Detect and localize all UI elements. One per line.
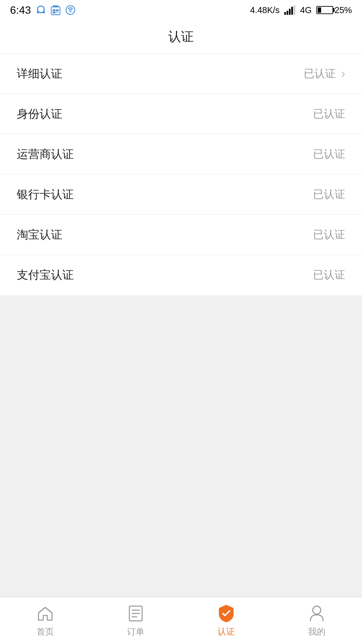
- svg-point-15: [313, 606, 321, 614]
- tab-order[interactable]: 订单: [90, 597, 181, 644]
- status-bar: 6:43: [0, 0, 362, 20]
- network-speed: 4.48K/s: [250, 5, 280, 15]
- tab-home[interactable]: 首页: [0, 597, 90, 644]
- list-item-status-detail-auth: 已认证: [304, 66, 336, 81]
- svg-rect-2: [43, 11, 45, 13]
- status-right: 4.48K/s 4G 25%: [250, 5, 352, 15]
- status-left: 6:43: [10, 4, 76, 16]
- svg-point-10: [70, 11, 71, 12]
- auth-icon: [217, 604, 236, 623]
- list-item-label-carrier-auth: 运营商认证: [17, 147, 74, 162]
- gray-area: [0, 295, 362, 644]
- home-icon: [36, 604, 55, 623]
- sim-icon: [50, 4, 62, 16]
- svg-rect-1: [37, 11, 39, 13]
- wifi-icon: [64, 4, 76, 16]
- order-icon: [126, 604, 145, 623]
- page-title: 认证: [168, 28, 194, 45]
- headphone-icon: [35, 4, 47, 16]
- main-container: 认证 详细认证 已认证 › 身份认证 已认证 运营商认证 已认证 银: [0, 20, 362, 644]
- list-item-right-taobao-auth: 已认证: [313, 227, 345, 242]
- battery-percent: 25%: [335, 5, 352, 15]
- list-item-id-auth[interactable]: 身份认证 已认证: [0, 94, 362, 134]
- svg-rect-4: [53, 5, 58, 7]
- page-header: 认证: [0, 20, 362, 54]
- network-type: 4G: [300, 5, 312, 15]
- tab-home-label: 首页: [37, 626, 54, 638]
- list-item-label-taobao-auth: 淘宝认证: [17, 227, 62, 243]
- list-item-status-taobao-auth: 已认证: [313, 227, 345, 242]
- tab-auth[interactable]: 认证: [181, 597, 272, 644]
- svg-point-9: [66, 6, 75, 14]
- tab-order-label: 订单: [127, 626, 144, 638]
- list-item-label-id-auth: 身份认证: [17, 106, 62, 122]
- list-item-right-carrier-auth: 已认证: [313, 147, 345, 162]
- list-item-label-bank-auth: 银行卡认证: [17, 187, 74, 202]
- list-item-label-detail-auth: 详细认证: [17, 66, 62, 82]
- auth-list: 详细认证 已认证 › 身份认证 已认证 运营商认证 已认证 银行卡认证 已认证: [0, 54, 362, 295]
- tab-auth-label: 认证: [218, 626, 235, 638]
- signal-bars: [284, 5, 295, 15]
- status-time: 6:43: [10, 4, 31, 16]
- list-item-alipay-auth[interactable]: 支付宝认证 已认证: [0, 255, 362, 295]
- status-icons: [35, 4, 76, 16]
- list-item-right-alipay-auth: 已认证: [313, 268, 345, 282]
- list-item-status-bank-auth: 已认证: [313, 187, 345, 202]
- svg-rect-7: [56, 9, 59, 11]
- list-item-status-id-auth: 已认证: [313, 107, 345, 121]
- list-item-right-id-auth: 已认证: [313, 107, 345, 121]
- tab-profile[interactable]: 我的: [272, 597, 362, 644]
- list-item-detail-auth[interactable]: 详细认证 已认证 ›: [0, 54, 362, 94]
- list-item-status-alipay-auth: 已认证: [313, 268, 345, 282]
- tab-bar: 首页 订单 认证: [0, 597, 362, 644]
- tab-profile-label: 我的: [308, 626, 325, 638]
- list-item-status-carrier-auth: 已认证: [313, 147, 345, 162]
- list-item-label-alipay-auth: 支付宝认证: [17, 267, 74, 283]
- svg-rect-8: [53, 12, 55, 13]
- list-item-carrier-auth[interactable]: 运营商认证 已认证: [0, 134, 362, 174]
- list-item-right-detail-auth: 已认证 ›: [304, 66, 345, 81]
- list-item-bank-auth[interactable]: 银行卡认证 已认证: [0, 174, 362, 215]
- chevron-right-icon-detail-auth: ›: [341, 67, 345, 81]
- battery-icon: 25%: [316, 5, 352, 15]
- profile-icon: [307, 604, 326, 623]
- svg-rect-6: [53, 9, 55, 11]
- list-item-right-bank-auth: 已认证: [313, 187, 345, 202]
- list-item-taobao-auth[interactable]: 淘宝认证 已认证: [0, 215, 362, 255]
